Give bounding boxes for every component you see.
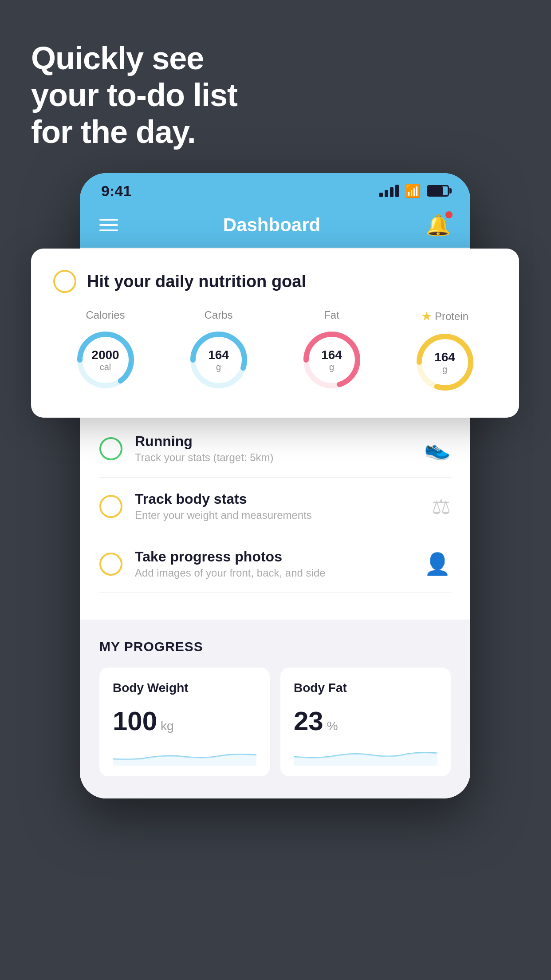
headline: Quickly see your to-do list for the day.: [31, 40, 237, 150]
progress-section-title: MY PROGRESS: [99, 639, 451, 654]
ring-carbs: 164 g: [185, 327, 252, 393]
todo-checkbox-running[interactable]: [99, 437, 122, 460]
person-icon: 👤: [424, 552, 451, 577]
list-item[interactable]: Take progress photos Add images of your …: [99, 535, 451, 593]
nutrition-label-protein: Protein: [435, 310, 468, 323]
progress-section: MY PROGRESS Body Weight 100 kg: [80, 620, 470, 798]
todo-checkbox-body-stats[interactable]: [99, 495, 122, 518]
status-time: 9:41: [101, 182, 131, 200]
nutrition-col-fat: Fat 164 g: [299, 309, 365, 393]
nutrition-card: Hit your daily nutrition goal Calories 2…: [31, 249, 519, 418]
body-weight-title: Body Weight: [113, 681, 256, 695]
body-weight-unit: kg: [161, 719, 174, 733]
body-weight-value: 100: [113, 706, 157, 736]
todo-subtitle-body-stats: Enter your weight and measurements: [135, 509, 419, 522]
body-fat-value: 23: [294, 706, 323, 736]
list-item[interactable]: Track body stats Enter your weight and m…: [99, 478, 451, 535]
nutrition-label-carbs: Carbs: [204, 309, 232, 321]
ring-protein: 164 g: [412, 329, 478, 395]
todo-subtitle-running: Track your stats (target: 5km): [135, 451, 412, 464]
menu-button[interactable]: [99, 219, 118, 231]
body-weight-card[interactable]: Body Weight 100 kg: [99, 668, 270, 776]
todo-title-photos: Take progress photos: [135, 549, 412, 565]
notification-button[interactable]: 🔔: [425, 213, 451, 237]
body-fat-card[interactable]: Body Fat 23 %: [280, 668, 451, 776]
nutrition-col-calories: Calories 2000 cal: [72, 309, 139, 393]
shoe-icon: 👟: [424, 436, 451, 461]
nutrition-label-calories: Calories: [86, 309, 125, 321]
body-fat-title: Body Fat: [294, 681, 437, 695]
status-icons: 📶: [379, 184, 449, 198]
nutrition-columns: Calories 2000 cal Carbs 164 g Fat 164 g …: [53, 309, 497, 395]
ring-calories: 2000 cal: [72, 327, 139, 393]
nutrition-card-title: Hit your daily nutrition goal: [87, 272, 306, 291]
notification-dot: [445, 211, 453, 218]
todo-checkbox-photos[interactable]: [99, 553, 122, 576]
star-icon: ★: [421, 309, 432, 324]
nutrition-col-carbs: Carbs 164 g: [185, 309, 252, 393]
ring-fat: 164 g: [299, 327, 365, 393]
scale-icon: ⚖: [432, 494, 451, 519]
todo-title-running: Running: [135, 433, 412, 450]
progress-cards: Body Weight 100 kg Body Fat: [99, 668, 451, 776]
wifi-icon: 📶: [405, 184, 421, 198]
spacer: [80, 593, 470, 620]
nav-bar: Dashboard 🔔: [80, 205, 470, 248]
nutrition-checkbox[interactable]: [53, 270, 76, 293]
signal-icon: [379, 185, 399, 197]
todo-subtitle-photos: Add images of your front, back, and side: [135, 567, 412, 579]
body-weight-chart: [113, 743, 256, 767]
todo-list: Running Track your stats (target: 5km) 👟…: [80, 420, 470, 593]
nutrition-label-fat: Fat: [324, 309, 339, 321]
battery-icon: [427, 185, 449, 197]
body-fat-unit: %: [327, 719, 338, 733]
body-fat-chart: [294, 743, 437, 767]
status-bar: 9:41 📶: [80, 173, 470, 205]
nav-title: Dashboard: [223, 214, 320, 236]
todo-title-body-stats: Track body stats: [135, 491, 419, 507]
list-item[interactable]: Running Track your stats (target: 5km) 👟: [99, 420, 451, 478]
nutrition-col-protein: ★Protein 164 g: [412, 309, 478, 395]
